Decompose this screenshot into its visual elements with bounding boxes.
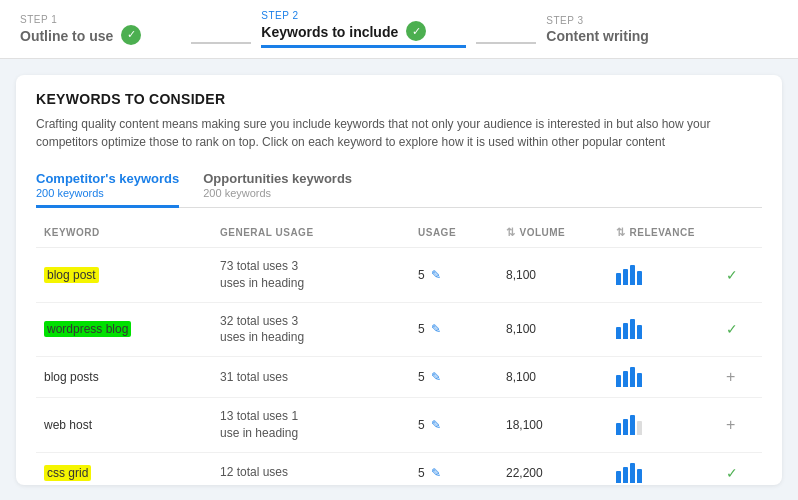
- plus-action-icon[interactable]: +: [726, 368, 735, 385]
- volume-cell: 8,100: [498, 302, 608, 357]
- table-row[interactable]: blog post73 total uses 3uses in heading5…: [36, 248, 762, 303]
- plus-action-icon[interactable]: +: [726, 416, 735, 433]
- volume-cell: 8,100: [498, 357, 608, 398]
- bar-segment: [630, 319, 635, 339]
- action-cell[interactable]: ✓: [718, 248, 762, 303]
- check-action-icon[interactable]: ✓: [726, 465, 738, 481]
- bar-segment: [623, 323, 628, 339]
- table-row[interactable]: css grid12 total uses5✎22,200✓: [36, 452, 762, 485]
- check-action-icon[interactable]: ✓: [726, 267, 738, 283]
- action-cell[interactable]: +: [718, 357, 762, 398]
- th-usage: USAGE: [410, 218, 498, 248]
- keyword-cell[interactable]: web host: [36, 398, 212, 453]
- action-cell[interactable]: ✓: [718, 452, 762, 485]
- table-row[interactable]: wordpress blog32 total uses 3uses in hea…: [36, 302, 762, 357]
- step-1-label: Outline to use: [20, 28, 113, 44]
- general-usage-cell: 73 total uses 3uses in heading: [212, 248, 410, 303]
- keyword-text: css grid: [44, 465, 91, 481]
- volume-sort-icon: ⇅: [506, 226, 516, 238]
- relevance-bar-chart: [616, 265, 710, 285]
- tab-opportunities-count: 200 keywords: [203, 187, 352, 199]
- check-action-icon[interactable]: ✓: [726, 321, 738, 337]
- usage-number: 5: [418, 418, 425, 432]
- bar-segment: [616, 471, 621, 483]
- step-1: STEP 1 Outline to use ✓: [20, 14, 181, 45]
- step-connector-1: [191, 42, 251, 44]
- card-description: Crafting quality content means making su…: [36, 115, 762, 151]
- usage-cell: 5✎: [410, 302, 498, 357]
- keyword-text: wordpress blog: [44, 321, 131, 337]
- usage-number: 5: [418, 370, 425, 384]
- th-action: [718, 218, 762, 248]
- general-usage-cell: 13 total uses 1use in heading: [212, 398, 410, 453]
- th-general-usage: GENERAL USAGE: [212, 218, 410, 248]
- step-2: STEP 2 Keywords to include ✓: [261, 10, 466, 48]
- card-title: KEYWORDS TO CONSIDER: [36, 91, 762, 107]
- relevance-bar-chart: [616, 415, 710, 435]
- step-2-label: Keywords to include: [261, 24, 398, 40]
- relevance-cell: [608, 357, 718, 398]
- bar-segment: [616, 273, 621, 285]
- step-3-number: STEP 3: [546, 15, 649, 26]
- bar-segment: [630, 367, 635, 387]
- relevance-cell: [608, 248, 718, 303]
- action-cell[interactable]: ✓: [718, 302, 762, 357]
- usage-number: 5: [418, 466, 425, 480]
- action-cell[interactable]: +: [718, 398, 762, 453]
- keywords-table-wrapper[interactable]: KEYWORD GENERAL USAGE USAGE ⇅VOLUME ⇅REL…: [36, 208, 762, 485]
- relevance-cell: [608, 452, 718, 485]
- keyword-cell[interactable]: blog post: [36, 248, 212, 303]
- edit-icon[interactable]: ✎: [431, 466, 441, 480]
- bar-segment: [637, 325, 642, 339]
- step-1-check: ✓: [121, 25, 141, 45]
- bar-segment: [616, 423, 621, 435]
- step-2-check: ✓: [406, 21, 426, 41]
- edit-icon[interactable]: ✎: [431, 322, 441, 336]
- usage-cell: 5✎: [410, 357, 498, 398]
- edit-icon[interactable]: ✎: [431, 418, 441, 432]
- edit-icon[interactable]: ✎: [431, 370, 441, 384]
- bar-segment: [616, 375, 621, 387]
- relevance-sort-icon: ⇅: [616, 226, 626, 238]
- bar-segment: [616, 327, 621, 339]
- table-row[interactable]: web host13 total uses 1use in heading5✎1…: [36, 398, 762, 453]
- tabs-container: Competitor's keywords 200 keywords Oppor…: [36, 165, 762, 208]
- usage-cell: 5✎: [410, 248, 498, 303]
- tab-opportunities[interactable]: Opportunities keywords 200 keywords: [203, 165, 352, 208]
- bar-segment: [623, 467, 628, 483]
- tab-competitors[interactable]: Competitor's keywords 200 keywords: [36, 165, 179, 208]
- general-usage-cell: 32 total uses 3uses in heading: [212, 302, 410, 357]
- usage-cell: 5✎: [410, 398, 498, 453]
- usage-number: 5: [418, 268, 425, 282]
- bar-segment: [623, 371, 628, 387]
- relevance-cell: [608, 302, 718, 357]
- volume-cell: 18,100: [498, 398, 608, 453]
- tab-competitors-label: Competitor's keywords: [36, 171, 179, 186]
- keyword-text: blog posts: [44, 370, 99, 384]
- th-relevance[interactable]: ⇅RELEVANCE: [608, 218, 718, 248]
- relevance-bar-chart: [616, 367, 710, 387]
- general-usage-cell: 31 total uses: [212, 357, 410, 398]
- keyword-cell[interactable]: blog posts: [36, 357, 212, 398]
- tab-opportunities-label: Opportunities keywords: [203, 171, 352, 186]
- table-row[interactable]: blog posts31 total uses5✎8,100+: [36, 357, 762, 398]
- relevance-cell: [608, 398, 718, 453]
- keywords-table: KEYWORD GENERAL USAGE USAGE ⇅VOLUME ⇅REL…: [36, 218, 762, 485]
- bar-segment: [637, 373, 642, 387]
- keyword-text: web host: [44, 418, 92, 432]
- usage-cell: 5✎: [410, 452, 498, 485]
- bar-segment: [630, 463, 635, 483]
- relevance-bar-chart: [616, 319, 710, 339]
- keyword-cell[interactable]: wordpress blog: [36, 302, 212, 357]
- th-volume[interactable]: ⇅VOLUME: [498, 218, 608, 248]
- keyword-cell[interactable]: css grid: [36, 452, 212, 485]
- relevance-bar-chart: [616, 463, 710, 483]
- bar-segment: [637, 271, 642, 285]
- general-usage-cell: 12 total uses: [212, 452, 410, 485]
- usage-number: 5: [418, 322, 425, 336]
- step-connector-2: [476, 42, 536, 44]
- volume-cell: 22,200: [498, 452, 608, 485]
- bar-segment: [623, 419, 628, 435]
- volume-cell: 8,100: [498, 248, 608, 303]
- edit-icon[interactable]: ✎: [431, 268, 441, 282]
